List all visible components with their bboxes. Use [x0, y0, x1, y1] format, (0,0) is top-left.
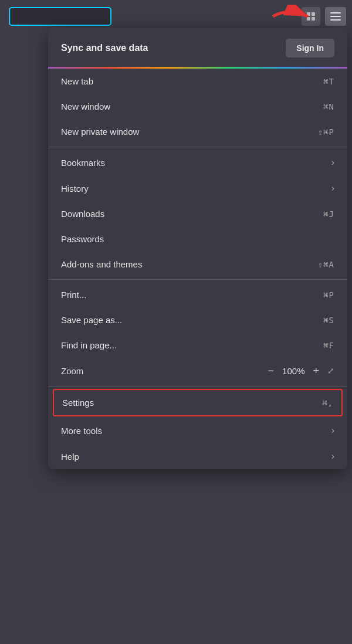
- print-shortcut: ⌘P: [323, 290, 334, 300]
- menu-bar-1: [330, 12, 341, 13]
- menu-item-find[interactable]: Find in page... ⌘F: [48, 333, 347, 358]
- find-label: Find in page...: [61, 340, 117, 350]
- browser-bar: [0, 0, 352, 32]
- find-shortcut: ⌘F: [323, 341, 334, 350]
- fullscreen-icon[interactable]: ⤢: [327, 366, 334, 375]
- save-page-label: Save page as...: [61, 315, 122, 325]
- divider-3: [48, 386, 347, 387]
- sync-title: Sync and save data: [61, 43, 148, 53]
- menu-item-addons[interactable]: Add-ons and themes ⇧⌘A: [48, 252, 347, 277]
- new-private-window-shortcut: ⇧⌘P: [318, 127, 334, 137]
- menu-item-more-tools[interactable]: More tools ›: [48, 418, 347, 443]
- bookmarks-chevron-icon: ›: [331, 157, 334, 168]
- menu-item-help[interactable]: Help ›: [48, 443, 347, 469]
- passwords-label: Passwords: [61, 234, 104, 244]
- menu-item-new-window[interactable]: New window ⌘N: [48, 94, 347, 119]
- more-tools-label: More tools: [61, 426, 102, 436]
- menu-item-save-page[interactable]: Save page as... ⌘S: [48, 307, 347, 333]
- menu-item-downloads[interactable]: Downloads ⌘J: [48, 201, 347, 226]
- zoom-out-button[interactable]: −: [268, 365, 275, 376]
- downloads-label: Downloads: [61, 209, 104, 219]
- hamburger-menu-button[interactable]: [325, 7, 346, 26]
- menu-item-new-tab[interactable]: New tab ⌘T: [48, 69, 347, 94]
- menu-item-settings[interactable]: Settings ⌘,: [53, 389, 343, 416]
- browser-menu-dropdown: Sync and save data Sign In New tab ⌘T Ne…: [48, 28, 347, 469]
- menu-item-new-private-window[interactable]: New private window ⇧⌘P: [48, 119, 347, 144]
- zoom-row: Zoom − 100% + ⤢: [48, 358, 347, 384]
- menu-item-print[interactable]: Print... ⌘P: [48, 282, 347, 307]
- address-bar[interactable]: [9, 7, 111, 26]
- help-label: Help: [61, 452, 79, 462]
- more-tools-chevron-icon: ›: [331, 425, 334, 436]
- zoom-value: 100%: [282, 366, 304, 376]
- zoom-in-button[interactable]: +: [313, 365, 319, 376]
- zoom-label: Zoom: [61, 366, 83, 376]
- divider-1: [48, 147, 347, 147]
- sync-header: Sync and save data Sign In: [48, 28, 347, 67]
- help-chevron-icon: ›: [331, 451, 334, 462]
- settings-label: Settings: [62, 398, 94, 408]
- menu-item-passwords[interactable]: Passwords: [48, 226, 347, 252]
- settings-shortcut: ⌘,: [322, 398, 333, 408]
- bookmarks-label: Bookmarks: [61, 158, 105, 168]
- divider-2: [48, 279, 347, 280]
- print-label: Print...: [61, 290, 86, 300]
- save-page-shortcut: ⌘S: [323, 316, 334, 325]
- zoom-controls: − 100% + ⤢: [268, 365, 334, 376]
- menu-bar-3: [330, 19, 341, 21]
- new-private-window-label: New private window: [61, 127, 139, 137]
- new-tab-label: New tab: [61, 76, 93, 86]
- new-tab-shortcut: ⌘T: [323, 77, 334, 86]
- history-chevron-icon: ›: [331, 183, 334, 194]
- new-window-shortcut: ⌘N: [323, 102, 334, 111]
- addons-label: Add-ons and themes: [61, 259, 142, 269]
- arrow-annotation: [270, 3, 317, 29]
- addons-shortcut: ⇧⌘A: [318, 260, 334, 269]
- menu-item-bookmarks[interactable]: Bookmarks ›: [48, 150, 347, 175]
- sign-in-button[interactable]: Sign In: [286, 39, 334, 57]
- new-window-label: New window: [61, 101, 110, 111]
- menu-item-history[interactable]: History ›: [48, 175, 347, 201]
- menu-bar-2: [330, 16, 341, 17]
- history-label: History: [61, 184, 89, 194]
- downloads-shortcut: ⌘J: [323, 209, 334, 219]
